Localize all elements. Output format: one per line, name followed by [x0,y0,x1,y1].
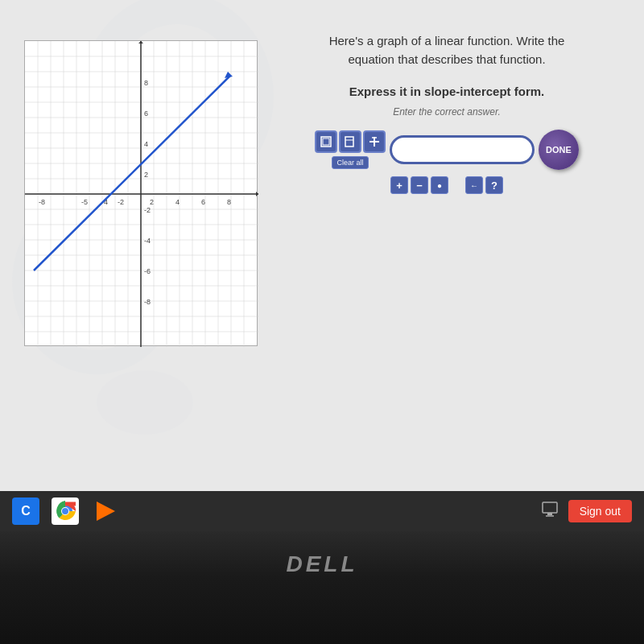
svg-rect-73 [543,502,557,513]
svg-text:2: 2 [144,171,148,179]
math-btn-3[interactable] [363,130,386,153]
answer-area: Clear all DONE + − ● ← ? [315,130,579,194]
svg-text:-4: -4 [144,237,151,245]
svg-text:2: 2 [150,198,154,206]
dell-logo: DELL [286,551,357,577]
svg-marker-72 [97,502,115,521]
graph-section: 8 6 4 2 -2 -4 -6 -8 -8 -5 -4 -2 2 4 6 [16,40,266,378]
done-button[interactable]: DONE [539,130,579,170]
left-arrow-button[interactable]: ← [465,176,483,194]
svg-rect-74 [547,513,552,515]
taskbar-right: Sign out [541,500,632,523]
svg-rect-63 [345,137,353,147]
answer-row: Clear all DONE [315,130,579,170]
svg-line-59 [34,76,230,270]
svg-marker-60 [225,72,233,78]
svg-marker-42 [138,41,143,43]
svg-text:-8: -8 [39,198,45,206]
math-btn-2[interactable] [339,130,361,153]
problem-title: Here's a graph of a linear function. Wri… [329,32,565,68]
svg-text:-2: -2 [118,198,124,206]
minus-button[interactable]: − [411,176,428,194]
taskbar: C [0,491,644,531]
svg-point-71 [62,508,68,514]
chrome-icon[interactable] [52,497,79,525]
play-icon[interactable] [91,497,118,525]
coordinate-graph: 8 6 4 2 -2 -4 -6 -8 -8 -5 -4 -2 2 4 6 [25,41,258,347]
screen-icon[interactable] [541,500,560,523]
svg-text:-2: -2 [144,206,151,214]
content-area: 8 6 4 2 -2 -4 -6 -8 -8 -5 -4 -2 2 4 6 [0,0,644,491]
math-btn-top-row [315,130,386,153]
question-button[interactable]: ? [485,176,503,194]
graph-container: 8 6 4 2 -2 -4 -6 -8 -8 -5 -4 -2 2 4 6 [24,40,258,346]
answer-input[interactable] [390,135,535,164]
svg-text:8: 8 [227,198,231,206]
svg-text:-8: -8 [144,298,151,306]
operator-row: + − ● ← ? [390,176,503,194]
chromebook-icon[interactable]: C [12,497,39,525]
svg-text:6: 6 [144,109,148,118]
screen: 8 6 4 2 -2 -4 -6 -8 -8 -5 -4 -2 2 4 6 [0,0,644,491]
svg-text:-6: -6 [144,267,151,275]
dell-bezel: DELL [0,531,644,644]
math-btn-1[interactable] [315,130,337,153]
sign-out-button[interactable]: Sign out [568,500,632,522]
svg-rect-62 [323,138,329,145]
right-panel: Here's a graph of a linear function. Wri… [266,16,628,210]
enter-answer-instruction: Enter the correct answer. [393,106,501,118]
math-buttons-group: Clear all [315,130,386,169]
svg-text:4: 4 [175,198,180,206]
plus-button[interactable]: + [390,176,408,194]
svg-text:6: 6 [201,198,205,206]
svg-text:8: 8 [144,79,148,87]
svg-marker-41 [256,192,258,196]
svg-text:-5: -5 [81,198,88,206]
circle-button[interactable]: ● [431,176,448,194]
slope-intercept-label: Express it in slope-intercept form. [349,85,545,98]
taskbar-left: C [12,497,118,525]
svg-text:4: 4 [144,140,148,148]
clear-all-button[interactable]: Clear all [332,156,368,169]
